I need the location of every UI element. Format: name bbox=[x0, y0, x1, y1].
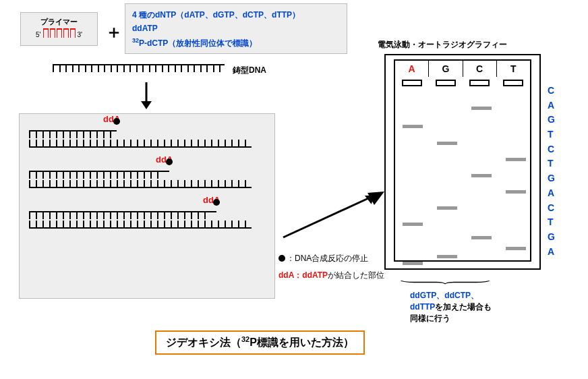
template-dna-icon bbox=[53, 64, 225, 80]
figure-title: ジデオキシ法（32P標識を用いた方法） bbox=[155, 330, 365, 355]
ingredient-ddatp: ddATP bbox=[132, 22, 340, 35]
gel-band bbox=[437, 206, 457, 210]
arrow-to-gel-icon bbox=[280, 189, 388, 245]
legend-stop: ：DNA合成反応の停止 bbox=[278, 253, 384, 264]
well-icon bbox=[469, 80, 490, 86]
primer-3prime: 3' bbox=[78, 31, 82, 38]
legend-dda: ddA：ddATPが結合した部位 bbox=[278, 270, 384, 281]
lane-label-T: T bbox=[497, 61, 530, 77]
gel-panel: A G C T bbox=[384, 54, 541, 270]
reaction-products-box: ddA ddA ddA bbox=[19, 113, 275, 299]
fragment-row: ddA bbox=[29, 130, 265, 148]
svg-line-2 bbox=[283, 196, 374, 237]
gel-band bbox=[506, 190, 526, 194]
well-icon bbox=[503, 80, 523, 86]
arrow-down-icon bbox=[138, 82, 154, 111]
fragment-row: ddA bbox=[29, 171, 265, 188]
plus-sign: ＋ bbox=[105, 20, 123, 44]
primer-box: プライマー 5' 3' bbox=[20, 12, 98, 46]
svg-marker-1 bbox=[141, 101, 152, 109]
well-icon bbox=[402, 80, 422, 86]
gel-lane-header: A G C T bbox=[395, 61, 530, 77]
primer-icon bbox=[42, 28, 76, 38]
gel-band bbox=[437, 142, 457, 145]
lane-label-C: C bbox=[463, 61, 497, 77]
gel-band bbox=[437, 255, 457, 258]
gel-band bbox=[471, 236, 492, 239]
gel-band bbox=[403, 262, 423, 265]
ingredients-box: 4 種のdNTP（dATP、dGTP、dCTP、dTTP） ddATP 32P-… bbox=[125, 3, 347, 54]
gel-band bbox=[471, 107, 492, 110]
well-icon bbox=[436, 80, 456, 86]
ingredient-dntp: 4 種のdNTP（dATP、dGTP、dCTP、dTTP） bbox=[132, 8, 340, 22]
primer-label: プライマー bbox=[25, 17, 93, 27]
sequence-readout: CAGTCTGACTGA bbox=[548, 84, 555, 259]
gel-band bbox=[403, 223, 423, 226]
gel-band bbox=[403, 125, 423, 128]
ingredient-p32dctp: 32P-dCTP（放射性同位体で標識） bbox=[132, 36, 340, 50]
lane-label-G: G bbox=[429, 61, 463, 77]
gel-note: ddGTP、ddCTP、ddTTPを加えた場合も 同様に行う bbox=[410, 290, 492, 324]
primer-5prime: 5' bbox=[36, 31, 40, 38]
well-row bbox=[395, 80, 530, 89]
fragment-row: ddA bbox=[29, 211, 265, 229]
dot-icon bbox=[278, 255, 285, 262]
template-dna-label: 鋳型DNA bbox=[233, 65, 266, 76]
gel-band bbox=[506, 247, 526, 250]
gel-band bbox=[471, 174, 492, 177]
legend: ：DNA合成反応の停止 ddA：ddATPが結合した部位 bbox=[278, 253, 384, 281]
lane-label-A: A bbox=[395, 61, 429, 77]
gel-title: 電気泳動・オートラジオグラフィー bbox=[378, 39, 507, 51]
gel-band bbox=[506, 158, 526, 161]
